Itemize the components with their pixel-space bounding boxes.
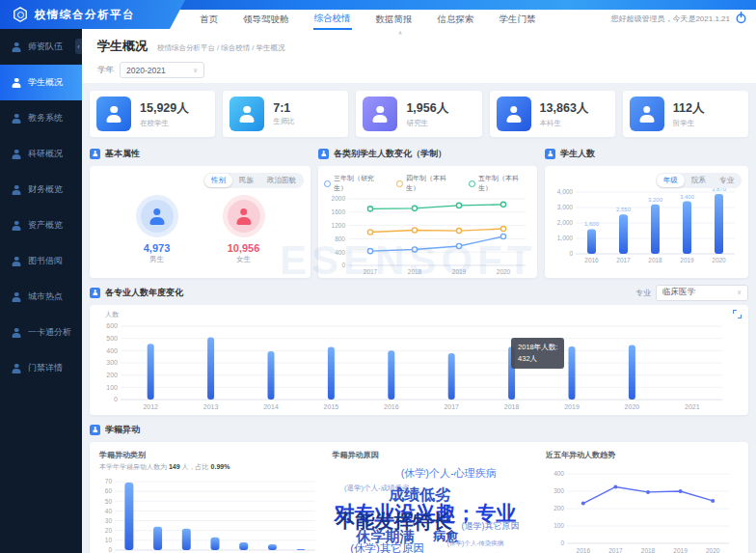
svg-text:2012: 2012 — [143, 403, 158, 410]
female-label: 女生 — [223, 255, 265, 264]
tab-political[interactable]: 政治面貌 — [260, 174, 303, 187]
svg-text:3,400: 3,400 — [680, 194, 695, 200]
stat-cards-row: 15,929人 在校学生 7:1 生师比 1,956人 研究生 13,863人 … — [90, 91, 748, 137]
svg-text:2016: 2016 — [584, 257, 599, 263]
students-icon — [96, 97, 131, 131]
svg-text:2017: 2017 — [444, 403, 459, 410]
sidebar-item-finance[interactable]: 财务概览 — [0, 172, 82, 207]
svg-text:2013: 2013 — [203, 403, 219, 410]
panel-title: 各类别学生人数变化（学制） — [334, 148, 446, 160]
tooltip-line1: 2018年人数: — [518, 342, 557, 353]
tab-major[interactable]: 专业 — [713, 174, 741, 187]
svg-text:40: 40 — [105, 508, 113, 514]
panel-title: 学籍异动 — [105, 424, 140, 436]
page-header: 学生概况 校情综合分析平台 / 综合校情 / 学生概况 学年 2020-2021… — [82, 29, 756, 83]
svg-text:400: 400 — [335, 249, 345, 256]
change-category-bar-chart: 010203040506070转专业休学退学结束休学 — [99, 476, 320, 553]
svg-text:800: 800 — [335, 235, 345, 242]
academic-icon — [12, 114, 21, 124]
hotspot-icon — [12, 292, 21, 302]
stat-card-international: 112人 留学生 — [623, 91, 748, 137]
sidebar-item-onecard[interactable]: 一卡通分析 — [0, 315, 82, 350]
sidebar-item-research[interactable]: 科研概况 — [0, 136, 82, 172]
wordcloud-term: (休学)个人-传染疾病 — [447, 540, 504, 547]
female-icon — [223, 195, 265, 237]
panel-icon — [90, 288, 100, 298]
sidebar-item-hotspot[interactable]: 城市热点 — [0, 279, 82, 315]
svg-text:2019: 2019 — [673, 547, 688, 553]
students-icon — [12, 78, 21, 88]
major-select[interactable]: 临床医学 ∨ — [656, 285, 748, 301]
tab-department[interactable]: 院系 — [685, 174, 713, 187]
stat-value: 7:1 — [273, 101, 295, 115]
svg-text:200: 200 — [554, 505, 564, 512]
nav-explore[interactable]: 信息探索 — [437, 11, 475, 29]
tab-gender[interactable]: 性别 — [204, 174, 232, 187]
international-icon — [630, 97, 664, 131]
fullscreen-icon[interactable] — [733, 310, 742, 318]
major-select-value: 临床医学 — [662, 287, 695, 298]
legend-label[interactable]: 三年制（研究生） — [334, 174, 387, 193]
wordcloud-term: 成绩低劣 — [389, 487, 450, 503]
sidebar-label: 学生概况 — [28, 76, 63, 89]
sidebar-label: 资产概览 — [28, 219, 63, 232]
subchart-subtitle: 本学年学籍异动人数为 149 人，占比 0.99% — [99, 462, 320, 472]
stat-value: 15,929人 — [140, 100, 189, 117]
change-trend-line-chart: 010020030040020162017201820192020 — [546, 466, 739, 553]
svg-text:1600: 1600 — [332, 208, 346, 215]
sidebar-item-door[interactable]: 门禁详情 — [0, 350, 82, 386]
legend-label[interactable]: 四年制（本科生） — [406, 174, 459, 193]
panel-icon — [318, 149, 329, 159]
svg-text:200: 200 — [106, 372, 118, 378]
svg-text:4,000: 4,000 — [557, 188, 574, 195]
svg-text:2017: 2017 — [616, 257, 631, 263]
legend-label[interactable]: 五年制（本科生） — [478, 174, 531, 193]
nav-access[interactable]: 学生门禁 — [499, 11, 537, 29]
sidebar-item-teachers[interactable]: 师资队伍 — [0, 29, 82, 65]
svg-text:100: 100 — [554, 522, 564, 529]
sidebar-label: 图书借阅 — [28, 255, 63, 267]
header-fold-toggle[interactable]: ∧ — [378, 29, 422, 36]
nav-briefing[interactable]: 数据简报 — [375, 11, 414, 29]
male-label: 男生 — [136, 255, 178, 264]
sidebar-item-students[interactable]: 学生概况 — [0, 65, 82, 100]
chart-legend: 三年制（研究生） 四年制（本科生） 五年制（本科生） — [324, 172, 531, 193]
tab-ethnicity[interactable]: 民族 — [232, 174, 260, 187]
logout-power-icon[interactable] — [735, 12, 747, 24]
stat-label: 本科生 — [540, 119, 589, 128]
subchart-title: 学籍异动原因 — [332, 450, 534, 460]
svg-text:0: 0 — [341, 262, 345, 268]
sidebar-item-library[interactable]: 图书借阅 — [0, 243, 82, 279]
school-system-panel: 各类别学生人数变化（学制） 三年制（研究生） 四年制（本科生） 五年制（本科生）… — [318, 145, 537, 278]
svg-text:2015: 2015 — [324, 403, 339, 410]
svg-text:50: 50 — [105, 498, 113, 505]
nav-cockpit[interactable]: 领导驾驶舱 — [242, 11, 290, 29]
tab-grade[interactable]: 年级 — [657, 174, 685, 187]
stat-card-graduate: 1,956人 研究生 — [356, 91, 481, 137]
sidebar-label: 师资队伍 — [28, 41, 63, 53]
sidebar-item-academic[interactable]: 教务系统 — [0, 100, 82, 136]
main-area: 学生概况 校情综合分析平台 / 综合校情 / 学生概况 学年 2020-2021… — [82, 29, 756, 553]
panel-title: 学生人数 — [560, 148, 595, 160]
stat-label: 在校学生 — [140, 119, 189, 128]
chevron-down-icon: ∨ — [737, 289, 742, 296]
stat-card-ratio: 7:1 生师比 — [223, 91, 348, 137]
reasons-word-cloud: (休学)个人-心理疾病(退学)个人-成绩低劣成绩低劣对专业没兴趣；专业不能发挥特… — [332, 460, 534, 553]
svg-text:600: 600 — [106, 322, 118, 329]
svg-text:1200: 1200 — [332, 222, 346, 229]
sidebar-item-assets[interactable]: 资产概览 — [0, 207, 82, 243]
nav-home[interactable]: 首页 — [199, 11, 219, 29]
legend-marker — [324, 180, 331, 187]
female-stat: 10,956 女生 — [223, 195, 265, 264]
year-select[interactable]: 2020-2021 ∨ — [120, 62, 204, 78]
nav-campus[interactable]: 综合校情 — [313, 10, 352, 30]
stat-card-enrolled: 15,929人 在校学生 — [90, 91, 215, 137]
tooltip-line2: 432人 — [518, 353, 557, 365]
sidebar-collapse-handle[interactable]: ‹ — [75, 39, 82, 54]
stat-value: 1,956人 — [406, 100, 448, 117]
sidebar-label: 财务概览 — [28, 183, 63, 196]
chart-tooltip: 2018年人数: 432人 — [511, 338, 564, 369]
y-axis-label: 人数 — [105, 310, 119, 319]
male-count: 4,973 — [136, 242, 178, 254]
wordcloud-term: (休学)个人-心理疾病 — [401, 468, 497, 479]
